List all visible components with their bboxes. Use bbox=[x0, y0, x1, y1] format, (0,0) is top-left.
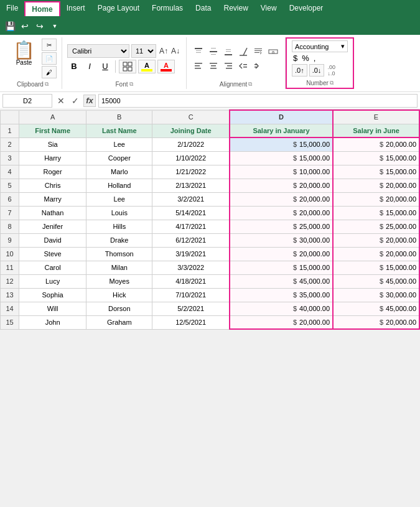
col-header-d[interactable]: D bbox=[230, 110, 333, 124]
cell-12-d[interactable]: $45,000.00 bbox=[230, 274, 333, 288]
col-header-e[interactable]: E bbox=[333, 110, 419, 124]
cell-10-a[interactable]: Steve bbox=[19, 247, 86, 261]
cell-9-c[interactable]: 6/12/2021 bbox=[152, 233, 230, 247]
cell-13-d[interactable]: $35,000.00 bbox=[230, 288, 333, 302]
number-expand-icon[interactable]: ⧉ bbox=[330, 80, 334, 86]
cell-5-e[interactable]: $20,000.00 bbox=[333, 179, 419, 192]
cell-2-e[interactable]: $20,000.00 bbox=[333, 137, 419, 151]
italic-button[interactable]: I bbox=[83, 60, 96, 73]
menu-review[interactable]: Review bbox=[217, 1, 254, 16]
middle-align-button[interactable] bbox=[207, 45, 220, 58]
header-joining-date[interactable]: Joining Date bbox=[152, 124, 230, 137]
header-last-name[interactable]: Last Name bbox=[86, 124, 152, 137]
menu-view[interactable]: View bbox=[254, 1, 283, 16]
cell-6-a[interactable]: Marry bbox=[19, 192, 86, 206]
cell-8-e[interactable]: $25,000.00 bbox=[333, 220, 419, 233]
cell-12-a[interactable]: Lucy bbox=[19, 274, 86, 288]
cell-12-b[interactable]: Moyes bbox=[86, 274, 152, 288]
cell-14-a[interactable]: Will bbox=[19, 302, 86, 315]
cell-7-d[interactable]: $20,000.00 bbox=[230, 206, 333, 220]
copy-button[interactable]: 📄 bbox=[42, 52, 57, 65]
decrease-decimal-button[interactable]: .0↓ bbox=[309, 64, 325, 77]
cell-2-d[interactable]: $15,000.00 bbox=[230, 137, 333, 151]
cell-5-a[interactable]: Chris bbox=[19, 179, 86, 192]
confirm-formula-button[interactable]: ✓ bbox=[69, 95, 82, 107]
cell-6-e[interactable]: $20,000.00 bbox=[333, 192, 419, 206]
formula-input[interactable] bbox=[98, 94, 418, 108]
cell-13-b[interactable]: Hick bbox=[86, 288, 152, 302]
bold-button[interactable]: B bbox=[67, 60, 81, 73]
cell-8-b[interactable]: Hills bbox=[86, 220, 152, 233]
cell-3-b[interactable]: Cooper bbox=[86, 151, 152, 165]
cell-6-c[interactable]: 3/2/2021 bbox=[152, 192, 230, 206]
cell-9-e[interactable]: $20,000.00 bbox=[333, 233, 419, 247]
cell-14-c[interactable]: 5/2/2021 bbox=[152, 302, 230, 315]
cell-7-a[interactable]: Nathan bbox=[19, 206, 86, 220]
format-painter-button[interactable]: 🖌 bbox=[42, 66, 57, 78]
menu-data[interactable]: Data bbox=[189, 1, 217, 16]
col-header-b[interactable]: B bbox=[86, 110, 152, 124]
cell-10-d[interactable]: $20,000.00 bbox=[230, 247, 333, 261]
cell-2-a[interactable]: Sia bbox=[19, 137, 86, 151]
cell-8-c[interactable]: 4/17/2021 bbox=[152, 220, 230, 233]
cell-15-a[interactable]: John bbox=[19, 315, 86, 329]
menu-pagelayout[interactable]: Page Layout bbox=[91, 1, 146, 16]
header-salary-jun[interactable]: Salary in June bbox=[333, 124, 419, 137]
increase-indent-button[interactable] bbox=[251, 60, 265, 72]
cell-3-c[interactable]: 1/10/2022 bbox=[152, 151, 230, 165]
cell-4-d[interactable]: $10,000.00 bbox=[230, 165, 333, 179]
cell-14-b[interactable]: Dorson bbox=[86, 302, 152, 315]
cell-12-c[interactable]: 4/18/2021 bbox=[152, 274, 230, 288]
percent-button[interactable]: % bbox=[301, 53, 310, 63]
font-name-select[interactable]: Calibri bbox=[67, 44, 129, 58]
align-center-button[interactable] bbox=[207, 60, 220, 72]
cell-13-c[interactable]: 7/10/2021 bbox=[152, 288, 230, 302]
merge-center-button[interactable]: a bbox=[266, 45, 280, 58]
cell-13-a[interactable]: Sophia bbox=[19, 288, 86, 302]
cell-13-e[interactable]: $30,000.00 bbox=[333, 288, 419, 302]
borders-button[interactable] bbox=[119, 60, 136, 73]
cell-10-e[interactable]: $20,000.00 bbox=[333, 247, 419, 261]
font-color-button[interactable]: A bbox=[157, 60, 175, 73]
cell-7-b[interactable]: Louis bbox=[86, 206, 152, 220]
align-right-button[interactable] bbox=[222, 60, 235, 72]
cell-9-d[interactable]: $30,000.00 bbox=[230, 233, 333, 247]
cell-11-d[interactable]: $15,000.00 bbox=[230, 261, 333, 274]
underline-button[interactable]: U bbox=[98, 60, 112, 73]
header-salary-jan[interactable]: Salary in January bbox=[230, 124, 333, 137]
cell-3-a[interactable]: Harry bbox=[19, 151, 86, 165]
decrease-font-size-button[interactable]: A↓ bbox=[170, 45, 181, 57]
cell-2-b[interactable]: Lee bbox=[86, 137, 152, 151]
cell-4-a[interactable]: Roger bbox=[19, 165, 86, 179]
col-header-c[interactable]: C bbox=[152, 110, 230, 124]
cell-14-d[interactable]: $40,000.00 bbox=[230, 302, 333, 315]
cell-4-b[interactable]: Marlo bbox=[86, 165, 152, 179]
decrease-indent-button[interactable] bbox=[236, 60, 250, 72]
cell-3-d[interactable]: $15,000.00 bbox=[230, 151, 333, 165]
cell-10-c[interactable]: 3/19/2021 bbox=[152, 247, 230, 261]
cell-4-e[interactable]: $15,000.00 bbox=[333, 165, 419, 179]
cell-15-e[interactable]: $20,000.00 bbox=[333, 315, 419, 329]
save-button[interactable]: 💾 bbox=[4, 20, 16, 32]
menu-home[interactable]: Home bbox=[24, 1, 60, 16]
cut-button[interactable]: ✂ bbox=[42, 39, 57, 51]
menu-formulas[interactable]: Formulas bbox=[146, 1, 189, 16]
cell-11-c[interactable]: 3/3/2022 bbox=[152, 261, 230, 274]
cell-15-c[interactable]: 12/5/2021 bbox=[152, 315, 230, 329]
cell-10-b[interactable]: Thomson bbox=[86, 247, 152, 261]
dollar-sign-button[interactable]: $ bbox=[292, 53, 299, 63]
cell-6-d[interactable]: $20,000.00 bbox=[230, 192, 333, 206]
cell-8-a[interactable]: Jenifer bbox=[19, 220, 86, 233]
cell-8-d[interactable]: $25,000.00 bbox=[230, 220, 333, 233]
cell-12-e[interactable]: $45,000.00 bbox=[333, 274, 419, 288]
header-first-name[interactable]: First Name bbox=[19, 124, 86, 137]
text-orientation-button[interactable] bbox=[236, 45, 250, 58]
cell-11-e[interactable]: $15,000.00 bbox=[333, 261, 419, 274]
top-align-button[interactable] bbox=[192, 45, 205, 58]
comma-button[interactable]: , bbox=[312, 53, 317, 63]
cell-15-d[interactable]: $20,000.00 bbox=[230, 315, 333, 329]
cell-5-d[interactable]: $20,000.00 bbox=[230, 179, 333, 192]
cancel-formula-button[interactable]: ✕ bbox=[55, 95, 67, 107]
font-expand-icon[interactable]: ⧉ bbox=[129, 81, 133, 88]
clipboard-expand-icon[interactable]: ⧉ bbox=[45, 81, 49, 88]
